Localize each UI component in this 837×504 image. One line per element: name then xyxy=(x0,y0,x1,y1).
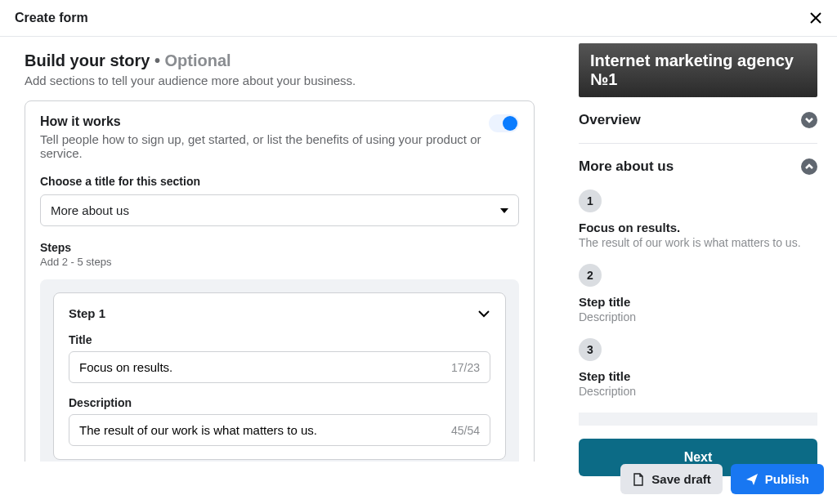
chevron-up-circle-icon xyxy=(801,158,817,175)
save-draft-label: Save draft xyxy=(651,472,711,486)
preview-step-desc: The result of our work is what matters t… xyxy=(579,236,817,249)
document-icon xyxy=(632,473,645,486)
section-title-label: Choose a title for this section xyxy=(40,175,519,188)
step-1-header[interactable]: Step 1 xyxy=(69,306,490,320)
steps-hint: Add 2 - 5 steps xyxy=(40,256,519,268)
preview-step-desc: Description xyxy=(579,310,817,323)
preview-more-label: More about us xyxy=(579,158,674,175)
publish-button[interactable]: Publish xyxy=(731,464,824,494)
chevron-down-circle-icon xyxy=(801,112,817,128)
section-title-value: More about us xyxy=(51,203,129,217)
preview-step: 2 Step title Description xyxy=(579,264,817,323)
step-1-desc-counter: 45/54 xyxy=(451,424,480,437)
caret-down-icon xyxy=(500,208,508,213)
preview-banner: Internet marketing agency №1 xyxy=(579,43,817,97)
publish-label: Publish xyxy=(765,472,809,486)
step-1-desc-input[interactable] xyxy=(79,423,445,437)
preview-divider xyxy=(579,413,817,426)
preview-step-num: 3 xyxy=(579,338,602,361)
close-button[interactable] xyxy=(806,8,826,28)
step-1-title-label: Title xyxy=(69,333,490,346)
preview-step-title: Step title xyxy=(579,295,817,309)
preview-step-desc: Description xyxy=(579,385,817,398)
story-heading: Build your story • Optional xyxy=(25,51,535,70)
preview-overview-label: Overview xyxy=(579,112,641,128)
step-1-header-label: Step 1 xyxy=(69,306,105,320)
preview-pane: Internet marketing agency №1 Overview Mo… xyxy=(559,37,837,462)
how-it-works-title: How it works xyxy=(40,114,489,129)
preview-step-num: 1 xyxy=(579,190,602,212)
preview-overview-row[interactable]: Overview xyxy=(579,97,817,144)
preview-more-row[interactable]: More about us xyxy=(579,144,817,190)
preview-step-num: 2 xyxy=(579,264,602,287)
story-heading-dot: • xyxy=(150,51,164,69)
story-heading-text: Build your story xyxy=(25,51,150,69)
section-title-select[interactable]: More about us xyxy=(40,194,519,226)
preview-step: 3 Step title Description xyxy=(579,338,817,398)
step-1-title-counter: 17/23 xyxy=(451,361,480,374)
how-it-works-toggle[interactable] xyxy=(489,114,519,132)
step-1-desc-field[interactable]: 45/54 xyxy=(69,414,490,446)
steps-label: Steps xyxy=(40,241,519,254)
preview-step-title: Focus on results. xyxy=(579,221,817,234)
send-icon xyxy=(745,473,759,486)
step-1-desc-label: Description xyxy=(69,396,490,409)
save-draft-button[interactable]: Save draft xyxy=(620,464,723,494)
page-title: Create form xyxy=(15,11,88,25)
step-1-title-input[interactable] xyxy=(79,360,445,374)
chevron-down-icon xyxy=(477,307,490,320)
preview-step-title: Step title xyxy=(579,369,817,383)
steps-container: Step 1 Title 17/23 Description 45/54 xyxy=(40,279,519,462)
close-icon xyxy=(809,11,822,25)
story-subheading: Add sections to tell your audience more … xyxy=(25,74,535,87)
story-heading-optional: Optional xyxy=(164,51,231,69)
step-1-card: Step 1 Title 17/23 Description 45/54 xyxy=(53,292,506,460)
step-1-title-field[interactable]: 17/23 xyxy=(69,351,490,383)
how-it-works-card: How it works Tell people how to sign up,… xyxy=(25,100,535,462)
preview-step: 1 Focus on results. The result of our wo… xyxy=(579,190,817,249)
how-it-works-sub: Tell people how to sign up, get started,… xyxy=(40,132,489,160)
